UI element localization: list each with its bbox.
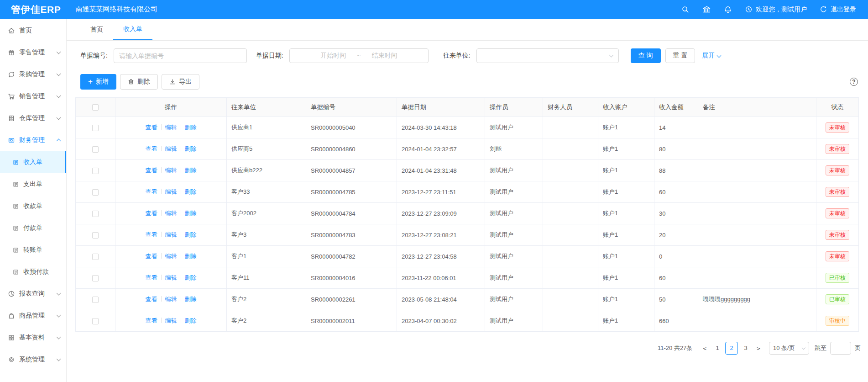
tab-bar: 首页 收入单 bbox=[67, 19, 868, 41]
sidebar-item-goods[interactable]: 商品管理 bbox=[0, 305, 66, 327]
remark-cell bbox=[698, 246, 816, 267]
sidebar-item-warehouse[interactable]: 仓库管理 bbox=[0, 107, 66, 129]
bill-date-cell: 2024-01-04 23:32:57 bbox=[397, 138, 485, 160]
sidebar-subitem-transfer-bill[interactable]: 转账单 bbox=[0, 239, 66, 261]
tab-home[interactable]: 首页 bbox=[80, 19, 113, 40]
page-size-value: 10 条/页 bbox=[773, 344, 795, 352]
add-button[interactable]: + 新增 bbox=[80, 74, 116, 90]
finance-staff-cell bbox=[543, 224, 598, 246]
sidebar-item-home[interactable]: 首页 bbox=[0, 20, 66, 42]
row-checkbox[interactable] bbox=[92, 232, 99, 239]
search-button[interactable]: 查 询 bbox=[631, 48, 661, 63]
action-divider bbox=[161, 146, 162, 151]
view-link[interactable]: 查看 bbox=[146, 167, 157, 174]
delete-link[interactable]: 删除 bbox=[185, 296, 197, 302]
bill-date-cell: 2023-12-27 23:04:58 bbox=[397, 246, 485, 267]
row-checkbox[interactable] bbox=[92, 189, 99, 196]
delete-link[interactable]: 删除 bbox=[185, 274, 197, 281]
view-link[interactable]: 查看 bbox=[146, 231, 157, 238]
row-select-cell bbox=[76, 246, 115, 267]
edit-link[interactable]: 编辑 bbox=[165, 188, 177, 195]
document-icon bbox=[12, 181, 19, 188]
prev-page-arrow[interactable]: < bbox=[699, 345, 711, 352]
row-checkbox[interactable] bbox=[92, 318, 99, 324]
page-number-1[interactable]: 1 bbox=[711, 342, 723, 355]
row-checkbox[interactable] bbox=[92, 275, 99, 281]
edit-link[interactable]: 编辑 bbox=[165, 296, 177, 302]
sidebar-subitem-payment-bill[interactable]: 付款单 bbox=[0, 217, 66, 239]
edit-link[interactable]: 编辑 bbox=[165, 317, 177, 324]
row-checkbox[interactable] bbox=[92, 254, 99, 260]
view-link[interactable]: 查看 bbox=[146, 253, 157, 260]
view-link[interactable]: 查看 bbox=[146, 124, 157, 131]
delete-link[interactable]: 删除 bbox=[185, 167, 197, 174]
delete-link[interactable]: 删除 bbox=[185, 210, 197, 217]
sidebar-item-purchase[interactable]: 采购管理 bbox=[0, 64, 66, 85]
view-link[interactable]: 查看 bbox=[146, 317, 157, 324]
sidebar-item-finance[interactable]: 财务管理 bbox=[0, 129, 66, 151]
delete-link[interactable]: 删除 bbox=[185, 253, 197, 260]
edit-link[interactable]: 编辑 bbox=[165, 145, 177, 152]
action-divider bbox=[161, 296, 162, 302]
row-checkbox[interactable] bbox=[92, 146, 99, 153]
view-link[interactable]: 查看 bbox=[146, 210, 157, 217]
edit-link[interactable]: 编辑 bbox=[165, 253, 177, 260]
view-link[interactable]: 查看 bbox=[146, 274, 157, 281]
sidebar-subitem-advance-payment[interactable]: 收预付款 bbox=[0, 261, 66, 283]
bill-no-cell: SR00000004783 bbox=[306, 224, 397, 246]
expand-toggle[interactable]: 展开 bbox=[702, 52, 721, 60]
sidebar-item-sales[interactable]: 销售管理 bbox=[0, 85, 66, 107]
page-size-select[interactable]: 10 条/页 bbox=[769, 342, 809, 355]
user-welcome[interactable]: 欢迎您，测试用户 bbox=[745, 5, 807, 14]
row-checkbox[interactable] bbox=[92, 297, 99, 303]
edit-link[interactable]: 编辑 bbox=[165, 124, 177, 131]
delete-link[interactable]: 删除 bbox=[185, 188, 197, 195]
page-number-2-current[interactable]: 2 bbox=[725, 342, 738, 355]
bell-icon[interactable] bbox=[724, 5, 732, 14]
export-button[interactable]: 导出 bbox=[162, 74, 199, 90]
help-icon[interactable]: ? bbox=[850, 78, 858, 86]
row-select-cell bbox=[76, 181, 115, 203]
jump-page-input[interactable] bbox=[830, 342, 851, 355]
delete-link[interactable]: 删除 bbox=[185, 317, 197, 324]
date-range-picker[interactable]: 开始时间 ~ 结束时间 bbox=[289, 48, 429, 63]
delete-link[interactable]: 删除 bbox=[185, 231, 197, 238]
view-link[interactable]: 查看 bbox=[146, 188, 157, 195]
row-checkbox[interactable] bbox=[92, 211, 99, 217]
reset-button[interactable]: 重 置 bbox=[665, 48, 695, 63]
action-divider bbox=[161, 167, 162, 173]
home-bank-icon[interactable] bbox=[702, 5, 711, 14]
sidebar-subitem-expense-bill[interactable]: 支出单 bbox=[0, 173, 66, 195]
delete-link[interactable]: 删除 bbox=[185, 145, 197, 152]
shopping-bag-icon bbox=[8, 312, 15, 319]
row-checkbox[interactable] bbox=[92, 168, 99, 174]
edit-link[interactable]: 编辑 bbox=[165, 167, 177, 174]
logout-button[interactable]: 退出登录 bbox=[820, 5, 856, 14]
next-page-arrow[interactable]: > bbox=[753, 345, 764, 352]
bill-no-input[interactable] bbox=[114, 48, 247, 63]
filter-bar: 单据编号: 单据日期: 开始时间 ~ 结束时间 往来单位: 查 询 重 置 bbox=[75, 41, 861, 71]
sidebar-item-reports[interactable]: 报表查询 bbox=[0, 283, 66, 305]
row-checkbox[interactable] bbox=[92, 125, 99, 131]
edit-link[interactable]: 编辑 bbox=[165, 231, 177, 238]
row-select-cell bbox=[76, 289, 115, 310]
search-icon[interactable] bbox=[681, 5, 690, 14]
sidebar-item-basic-data[interactable]: 基本资料 bbox=[0, 327, 66, 349]
tab-income-bill[interactable]: 收入单 bbox=[113, 19, 152, 40]
sidebar-subitem-income-bill[interactable]: 收入单 bbox=[0, 151, 66, 173]
select-all-checkbox[interactable] bbox=[92, 104, 99, 111]
sidebar-item-retail[interactable]: 零售管理 bbox=[0, 42, 66, 64]
partner-select[interactable] bbox=[476, 48, 619, 63]
delete-button[interactable]: 删除 bbox=[120, 74, 158, 90]
page-number-3[interactable]: 3 bbox=[740, 342, 752, 355]
chevron-down-icon bbox=[57, 357, 61, 361]
edit-link[interactable]: 编辑 bbox=[165, 210, 177, 217]
delete-link[interactable]: 删除 bbox=[185, 124, 197, 131]
table-row: 查看编辑删除 供应商1 SR00000005040 2024-03-30 14:… bbox=[76, 117, 859, 138]
edit-link[interactable]: 编辑 bbox=[165, 274, 177, 281]
view-link[interactable]: 查看 bbox=[146, 296, 157, 302]
sidebar-item-system[interactable]: 系统管理 bbox=[0, 349, 66, 371]
view-link[interactable]: 查看 bbox=[146, 145, 157, 152]
col-account: 收入账户 bbox=[598, 98, 654, 117]
sidebar-subitem-receipt-bill[interactable]: 收款单 bbox=[0, 195, 66, 217]
